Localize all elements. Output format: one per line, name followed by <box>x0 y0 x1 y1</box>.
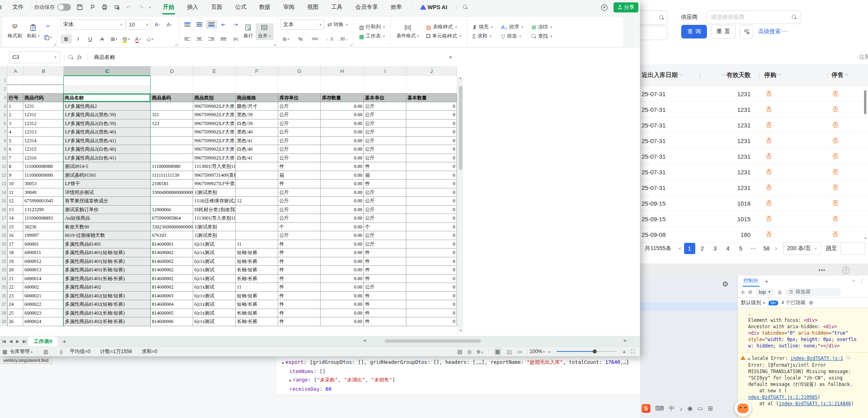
cell[interactable]: 公斤 <box>364 214 406 223</box>
cell[interactable]: LF多属性商品2(白色/41) <box>63 154 151 163</box>
cell[interactable]: 0.00 <box>321 266 364 275</box>
filter-button[interactable]: ▽筛选∨ <box>499 33 525 40</box>
cell[interactable]: 0.00 <box>321 317 364 326</box>
grid-header-cell[interactable]: 商品类别 <box>193 93 236 102</box>
console-warning-block[interactable]: .Element with focus: <div>Ancestor with … <box>738 308 868 353</box>
cell[interactable]: 黑色/41 <box>236 137 278 145</box>
cell[interactable]: 多属性商品81401(短袖/长裤) <box>63 257 151 266</box>
cell[interactable]: 6000014 <box>23 275 63 283</box>
cell[interactable] <box>236 214 278 223</box>
spreadsheet-grid[interactable]: 123行号商品代码商品名称商品条码商品类别商品规格库存单位库存数量基本单位基本数… <box>0 76 457 332</box>
cell[interactable]: 6|z1x测试 <box>193 240 236 249</box>
cell[interactable]: 长袖/短裤 <box>236 309 278 318</box>
print-icon[interactable] <box>101 4 108 11</box>
align-bottom-button[interactable] <box>206 20 217 29</box>
column-header-I[interactable]: I <box>364 66 406 76</box>
cell[interactable]: 公斤 <box>278 137 321 145</box>
freeze-button[interactable]: ⊞冻结∨ <box>529 24 554 30</box>
column-header-H[interactable]: H <box>321 66 364 76</box>
increase-indent-button[interactable]: ⇥ <box>230 20 241 29</box>
align-middle-button[interactable] <box>194 20 205 29</box>
font-size-select[interactable]: 10∨ <box>126 19 151 30</box>
row-header[interactable]: 12 <box>0 171 7 180</box>
cell[interactable]: 6|z1x测试 <box>193 283 236 292</box>
prev-page-icon[interactable]: < <box>678 246 682 252</box>
cell[interactable]: 6 <box>7 145 23 154</box>
add-tab-icon[interactable]: + <box>765 278 769 285</box>
cell[interactable]: 公斤 <box>364 188 406 197</box>
cell[interactable]: 件 <box>278 275 321 283</box>
cell[interactable]: 6000013 <box>23 266 63 275</box>
col-valid-days[interactable]: |˄˅有效天数 <box>700 71 752 79</box>
zoom-level[interactable]: 100% <box>530 349 543 354</box>
cell[interactable]: 箱 <box>278 171 321 180</box>
zoom-slider[interactable] <box>557 351 617 352</box>
horizontal-scrollbar[interactable]: |◀ ▶| <box>363 339 627 343</box>
row-header[interactable]: 8 <box>0 137 7 145</box>
cell[interactable]: 1118|迁移缓存测试22 <box>193 197 236 206</box>
cell[interactable]: 0 <box>406 283 457 292</box>
locate-icon[interactable]: ⊕∨ <box>476 349 484 355</box>
zoom-slider-knob[interactable] <box>593 349 597 353</box>
cell[interactable]: 件 <box>364 292 406 301</box>
cell[interactable]: 5 <box>7 137 23 145</box>
cell[interactable]: 13123299 <box>23 206 63 214</box>
cell[interactable] <box>151 128 193 137</box>
cell[interactable]: 0.00 <box>321 292 364 301</box>
grid-header-cell[interactable]: 商品名称 <box>63 93 151 102</box>
rows-cols-button[interactable]: ▥行和列∨ <box>357 24 388 30</box>
cell[interactable]: 0 <box>406 309 457 318</box>
cell[interactable]: 件 <box>364 309 406 318</box>
format-painter-button[interactable]: 格式刷 <box>5 23 24 40</box>
cell[interactable]: 长袖/短裤 <box>236 266 278 275</box>
console-line[interactable]: ▶range: ["未采购", "未调出", "未销售"] <box>282 376 641 385</box>
copy-button[interactable]: ∨ <box>42 33 54 42</box>
row-header[interactable]: 15 <box>0 197 7 206</box>
panel-icon[interactable]: ⌐ <box>852 278 855 284</box>
sort-icon[interactable]: ˄˅ <box>679 74 682 76</box>
cell[interactable]: 短袖/长裤 <box>236 300 278 309</box>
last-sheet-icon[interactable]: ▶| <box>23 339 26 343</box>
cell[interactable]: 0 <box>406 154 457 163</box>
strikethrough-button[interactable]: A <box>97 34 108 43</box>
cut-input-2[interactable] <box>640 26 668 40</box>
ime-lang-icon[interactable]: 中 <box>669 405 675 412</box>
zoom-formula-icon[interactable] <box>69 55 73 60</box>
clear-console-icon[interactable]: ⊘ <box>748 289 753 295</box>
merge-cells-button[interactable]: 合并∨ <box>256 23 274 40</box>
cell[interactable]: 有效天数90 <box>63 223 151 232</box>
cell[interactable]: 长袖/长裤 <box>236 275 278 283</box>
cell[interactable]: 0.00 <box>321 248 364 257</box>
grid-header-cell[interactable]: 库存单位 <box>278 93 321 102</box>
table-tools-icon[interactable]: ▤ <box>457 349 462 355</box>
grid-header-cell[interactable]: 商品代码 <box>23 93 63 102</box>
row-header[interactable]: 22 <box>0 257 7 266</box>
row-header[interactable]: 11 <box>0 162 7 171</box>
cell[interactable] <box>151 137 193 145</box>
row-header[interactable]: 14 <box>0 188 7 197</box>
supplier-select-input[interactable]: 请选择供应商 <box>707 10 801 24</box>
cell[interactable]: 0.00 <box>321 111 364 119</box>
cell[interactable]: 14 <box>7 214 23 223</box>
cell[interactable]: 12 <box>7 197 23 206</box>
tab-review[interactable]: 审阅 <box>277 4 301 11</box>
cell[interactable]: 0 <box>406 102 457 111</box>
cell[interactable]: 多属性商品81402(长袖/短裤) <box>63 309 151 318</box>
cell[interactable]: 青苹果丝绒拿铁成分 <box>63 197 151 206</box>
cell[interactable] <box>23 76 63 85</box>
cell[interactable]: 9967599902|LF大类 <box>193 137 236 145</box>
page-button[interactable]: 4 <box>723 243 734 254</box>
tab-member[interactable]: 会员专享 <box>349 4 384 11</box>
cell[interactable]: 111000008893 <box>23 214 63 223</box>
page-layout-view-icon[interactable]: ▯▯ <box>507 349 512 355</box>
tab-tools[interactable]: 工具 <box>325 4 349 11</box>
cell[interactable]: 多属性商品81402(长袖/长裤) <box>63 317 151 326</box>
cell[interactable]: 7 <box>7 154 23 163</box>
cell[interactable]: 6000022 <box>23 300 63 309</box>
grid-header-cell[interactable]: 库存数量 <box>321 93 364 102</box>
gear-icon[interactable]: ⚙ <box>809 300 813 306</box>
cell[interactable]: 公斤 <box>278 119 321 128</box>
cell[interactable]: 814600002 <box>151 275 193 283</box>
cell[interactable]: 0.00 <box>321 214 364 223</box>
row-header[interactable]: 2 <box>0 85 7 94</box>
